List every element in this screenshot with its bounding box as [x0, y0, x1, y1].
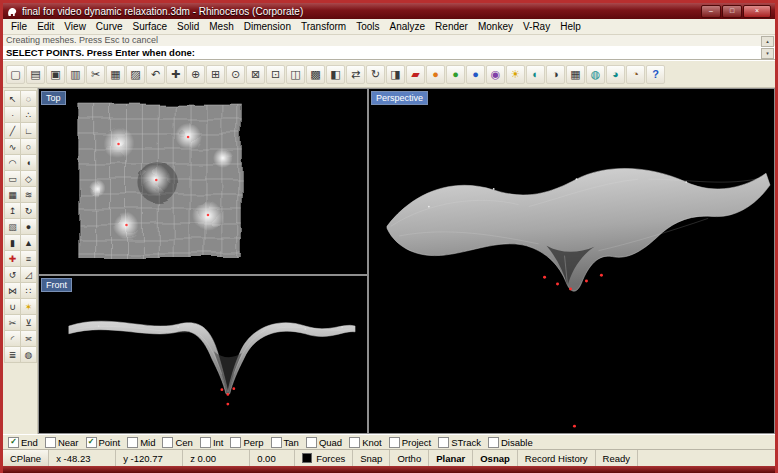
- zoom-window-icon[interactable]: ⊞: [206, 65, 225, 84]
- cut-icon[interactable]: ✂: [86, 65, 105, 84]
- viewport-perspective-label[interactable]: Perspective: [371, 91, 428, 105]
- revolve-icon[interactable]: ↻: [20, 202, 37, 219]
- title-bar[interactable]: final for video dynamic relaxation.3dm -…: [3, 3, 775, 19]
- vray-render-icon[interactable]: ◕: [606, 65, 625, 84]
- menu-item[interactable]: Mesh: [204, 21, 238, 32]
- osnap-int-checkbox[interactable]: Int: [200, 437, 224, 448]
- osnap-tan-checkbox[interactable]: Tan: [271, 437, 299, 448]
- checkbox[interactable]: [127, 437, 138, 448]
- osnap-near-checkbox[interactable]: Near: [45, 437, 79, 448]
- layers-icon[interactable]: ≣: [4, 346, 21, 363]
- scroll-up-button[interactable]: ▴: [761, 36, 774, 47]
- rotate-object-icon[interactable]: ↺: [4, 266, 21, 283]
- checkbox[interactable]: [389, 437, 400, 448]
- scroll-down-button[interactable]: ▾: [761, 48, 774, 59]
- record-history-pane[interactable]: Record History: [518, 450, 596, 466]
- cplane-button[interactable]: CPlane: [3, 450, 49, 466]
- extrude-icon[interactable]: ↥: [4, 202, 21, 219]
- bongo-car-icon[interactable]: ▰: [406, 65, 425, 84]
- explode-icon[interactable]: ✶: [20, 298, 37, 315]
- menu-item[interactable]: Monkey: [473, 21, 518, 32]
- light-icon[interactable]: ☀: [506, 65, 525, 84]
- osnap-knot-checkbox[interactable]: Knot: [349, 437, 382, 448]
- select-lasso-icon[interactable]: ◌: [20, 90, 37, 107]
- osnap-pane[interactable]: Osnap: [473, 450, 518, 466]
- menu-item[interactable]: Analyze: [385, 21, 431, 32]
- cylinder-icon[interactable]: ▮: [4, 234, 21, 251]
- checkbox[interactable]: [45, 437, 56, 448]
- zoom-extents-all-icon[interactable]: ⊡: [266, 65, 285, 84]
- osnap-end-checkbox[interactable]: ✓End: [8, 437, 38, 448]
- checkbox[interactable]: [200, 437, 211, 448]
- undo-icon[interactable]: ↶: [146, 65, 165, 84]
- osnap-disable-checkbox[interactable]: Disable: [488, 437, 533, 448]
- point-icon[interactable]: ∙: [4, 106, 21, 123]
- points-icon[interactable]: ∴: [20, 106, 37, 123]
- zoom-dynamic-icon[interactable]: ⊕: [186, 65, 205, 84]
- vray-options-icon[interactable]: ◍: [586, 65, 605, 84]
- loft-icon[interactable]: ≋: [20, 186, 37, 203]
- checkbox[interactable]: [306, 437, 317, 448]
- select-arrow-icon[interactable]: ↖: [4, 90, 21, 107]
- pan-icon[interactable]: ✚: [166, 65, 185, 84]
- texture-icon[interactable]: ▦: [566, 65, 585, 84]
- sphere-icon[interactable]: ●: [20, 218, 37, 235]
- viewport-top[interactable]: Top: [39, 89, 367, 274]
- mirror-icon[interactable]: ⋈: [4, 282, 21, 299]
- viewport-front[interactable]: Front: [39, 276, 367, 433]
- new-file-icon[interactable]: ▢: [6, 65, 25, 84]
- checkbox[interactable]: [488, 437, 499, 448]
- join-icon[interactable]: ∪: [4, 298, 21, 315]
- ready-status[interactable]: Ready: [596, 450, 638, 466]
- menu-item[interactable]: Edit: [32, 21, 59, 32]
- rectangle-icon[interactable]: ▭: [4, 170, 21, 187]
- copy-object-icon[interactable]: ≡: [20, 250, 37, 267]
- box-icon[interactable]: ▧: [4, 218, 21, 235]
- osnap-cen-checkbox[interactable]: Cen: [162, 437, 192, 448]
- osnap-strack-checkbox[interactable]: STrack: [438, 437, 481, 448]
- move-icon[interactable]: ⇄: [346, 65, 365, 84]
- checkbox[interactable]: [349, 437, 360, 448]
- offset-icon[interactable]: ≍: [20, 330, 37, 347]
- checkbox[interactable]: [271, 437, 282, 448]
- menu-item[interactable]: Render: [430, 21, 473, 32]
- zoom-extents-icon[interactable]: ⊠: [246, 65, 265, 84]
- viewport-front-label[interactable]: Front: [41, 278, 72, 292]
- osnap-point-checkbox[interactable]: ✓Point: [86, 437, 121, 448]
- save-file-icon[interactable]: ▣: [46, 65, 65, 84]
- flamingo-render-icon[interactable]: ●: [426, 65, 445, 84]
- split-icon[interactable]: ⊻: [20, 314, 37, 331]
- help-icon[interactable]: ?: [646, 65, 665, 84]
- rotate-view-icon[interactable]: ↻: [366, 65, 385, 84]
- close-button[interactable]: ×: [743, 5, 771, 18]
- command-prompt[interactable]: SELECT POINTS. Press Enter when done:: [3, 46, 775, 59]
- maximize-button[interactable]: □: [722, 5, 742, 18]
- line-icon[interactable]: ╱: [4, 122, 21, 139]
- monkey-icon[interactable]: ◔: [626, 65, 645, 84]
- paste-icon[interactable]: ▨: [126, 65, 145, 84]
- layer-pane[interactable]: Forces: [295, 450, 353, 466]
- circle-icon[interactable]: ○: [20, 138, 37, 155]
- viewport-top-label[interactable]: Top: [41, 91, 66, 105]
- move-object-icon[interactable]: ✚: [4, 250, 21, 267]
- penguin-render-icon[interactable]: ●: [446, 65, 465, 84]
- ortho-pane[interactable]: Ortho: [390, 450, 429, 466]
- planar-pane[interactable]: Planar: [429, 450, 473, 466]
- polyline-icon[interactable]: ∟: [20, 122, 37, 139]
- curve-icon[interactable]: ∿: [4, 138, 21, 155]
- snap-pane[interactable]: Snap: [353, 450, 390, 466]
- array-icon[interactable]: ∷: [20, 282, 37, 299]
- print-icon[interactable]: ▥: [66, 65, 85, 84]
- shaded-view-icon[interactable]: ◧: [326, 65, 345, 84]
- hide-icon[interactable]: ◍: [20, 346, 37, 363]
- environment-icon[interactable]: ◑: [546, 65, 565, 84]
- checkbox[interactable]: [162, 437, 173, 448]
- surface-icon[interactable]: ▦: [4, 186, 21, 203]
- menu-item[interactable]: Solid: [172, 21, 204, 32]
- control-points-perspective[interactable]: [543, 274, 603, 428]
- viewport-layout-icon[interactable]: ◫: [286, 65, 305, 84]
- zoom-selected-icon[interactable]: ⊙: [226, 65, 245, 84]
- menu-item[interactable]: Tools: [351, 21, 384, 32]
- polygon-icon[interactable]: ◇: [20, 170, 37, 187]
- minimize-button[interactable]: –: [701, 5, 721, 18]
